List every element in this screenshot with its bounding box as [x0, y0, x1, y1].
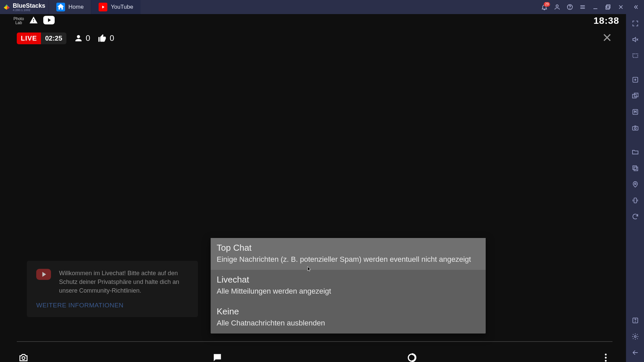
chat-mode-none[interactable]: Keine Alle Chatnachrichten ausblenden [211, 302, 486, 334]
switch-camera-button[interactable] [17, 351, 30, 362]
live-tag: LIVE [17, 33, 41, 44]
home-tab-icon [56, 3, 65, 11]
help-button[interactable] [564, 1, 576, 13]
tab-home-label: Home [68, 4, 84, 10]
svg-point-7 [22, 357, 25, 360]
account-button[interactable] [551, 1, 564, 13]
chat-button[interactable] [211, 351, 224, 362]
youtube-play-icon [36, 269, 51, 280]
hamburger-menu-button[interactable] [576, 1, 589, 13]
svg-rect-17 [632, 126, 638, 130]
settings-button[interactable] [629, 330, 642, 343]
app-topbar: Photo Lab 18:38 [0, 14, 626, 27]
likes-stat: 0 [98, 34, 114, 43]
location-button[interactable] [629, 178, 642, 191]
minimize-button[interactable] [589, 1, 602, 13]
app-content: Photo Lab 18:38 LIVE 02:25 0 0 [0, 14, 626, 362]
brand-version: 4.280.1.1002 [13, 9, 45, 12]
svg-rect-22 [634, 198, 636, 203]
titlebar: BlueStacks 4.280.1.1002 Home YouTube 29 [0, 0, 644, 14]
svg-rect-4 [606, 6, 609, 9]
main-shell: Photo Lab 18:38 LIVE 02:25 0 0 [0, 14, 644, 362]
fullscreen-button[interactable] [629, 17, 642, 30]
side-tool-rail [626, 14, 644, 362]
chat-mode-subtitle: Alle Mitteilungen werden angezeigt [217, 287, 480, 296]
notifications-button[interactable]: 29 [538, 1, 551, 13]
brand-name: BlueStacks [13, 3, 45, 9]
live-header: LIVE 02:25 0 0 [0, 27, 626, 46]
multi-instance-button[interactable] [629, 89, 642, 103]
tab-home[interactable]: Home [49, 0, 91, 14]
screenshot-button[interactable] [629, 121, 642, 135]
rotate-button[interactable] [629, 210, 642, 223]
svg-point-10 [605, 357, 606, 358]
bottom-divider [17, 341, 612, 342]
livechat-welcome-card: Willkommen im Livechat! Bitte achte auf … [27, 261, 198, 317]
faq-button[interactable] [629, 314, 642, 327]
collapse-side-panel-button[interactable] [629, 1, 642, 13]
bottom-bar [0, 346, 626, 362]
install-apk-button[interactable] [629, 73, 642, 86]
likes-count: 0 [110, 34, 114, 43]
maximize-button[interactable] [602, 1, 614, 13]
svg-point-25 [634, 336, 636, 338]
bluestacks-logo-icon [3, 3, 11, 11]
copy-button[interactable] [629, 162, 642, 175]
photolab-label: Photo Lab [13, 17, 24, 25]
svg-rect-3 [607, 5, 610, 8]
chat-mode-livechat[interactable]: Livechat Alle Mitteilungen werden angeze… [211, 270, 486, 302]
tab-youtube-label: YouTube [111, 4, 133, 10]
warning-icon [29, 16, 38, 26]
clock: 18:38 [593, 15, 619, 26]
brand: BlueStacks 4.280.1.1002 [2, 3, 49, 12]
svg-point-9 [605, 354, 606, 355]
welcome-text: Willkommen im Livechat! Bitte achte auf … [59, 269, 189, 295]
media-folder-button[interactable] [629, 145, 642, 159]
chat-mode-title: Livechat [217, 275, 480, 285]
svg-point-11 [605, 360, 606, 362]
chat-mode-topchat[interactable]: Top Chat Einige Nachrichten (z. B. poten… [211, 238, 486, 270]
viewers-count: 0 [86, 34, 90, 43]
chat-mode-subtitle: Alle Chatnachrichten ausblenden [217, 319, 480, 327]
svg-point-0 [556, 5, 558, 7]
svg-point-18 [634, 127, 636, 129]
svg-rect-19 [634, 167, 638, 171]
close-live-button[interactable] [602, 32, 612, 44]
back-button[interactable] [629, 346, 642, 359]
notifications-badge: 29 [544, 2, 550, 7]
svg-point-21 [634, 183, 636, 185]
chat-mode-title: Keine [217, 306, 480, 317]
youtube-icon [43, 16, 55, 26]
volume-mute-button[interactable] [629, 33, 642, 46]
viewers-stat: 0 [74, 34, 90, 43]
chat-mode-subtitle: Einige Nachrichten (z. B. potenzieller S… [217, 255, 480, 264]
live-pill: LIVE 02:25 [17, 33, 66, 44]
live-elapsed: 02:25 [41, 33, 66, 44]
svg-rect-12 [633, 54, 638, 58]
effects-button[interactable] [405, 351, 419, 362]
chat-mode-title: Top Chat [217, 243, 480, 253]
macro-button[interactable] [629, 105, 642, 119]
close-window-button[interactable] [614, 1, 627, 13]
tab-youtube[interactable]: YouTube [91, 0, 141, 14]
keymap-button[interactable] [629, 49, 642, 62]
shake-button[interactable] [629, 194, 642, 207]
svg-point-24 [635, 321, 635, 322]
svg-point-2 [570, 8, 570, 9]
welcome-more-info-link[interactable]: WEITERE INFORMATIONEN [36, 302, 189, 309]
svg-rect-20 [633, 166, 636, 170]
more-options-button[interactable] [599, 351, 612, 362]
youtube-tab-icon [99, 3, 107, 11]
chat-mode-menu: Top Chat Einige Nachrichten (z. B. poten… [211, 238, 486, 334]
